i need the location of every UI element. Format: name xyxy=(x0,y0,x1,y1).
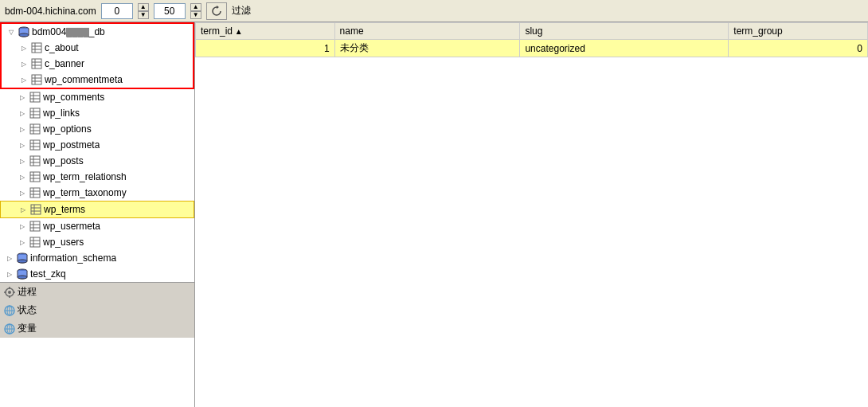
table-node-wp_options[interactable]: ▷ wp_options xyxy=(0,121,194,137)
expand-icon-wp_terms[interactable]: ▷ xyxy=(17,203,29,216)
table-grid-icon4 xyxy=(29,92,41,103)
database-icon3 xyxy=(16,268,29,280)
table-icon-c_banner xyxy=(30,57,43,70)
table-row: 1 未分类 uncategorized 0 xyxy=(196,40,868,57)
table-label-wp_term_relationsh: wp_term_relationsh xyxy=(43,171,127,182)
expand-icon-wp_options[interactable]: ▷ xyxy=(16,123,29,135)
table-grid-icon6 xyxy=(29,123,41,135)
db-label-bdm004: bdm004████_db xyxy=(32,26,105,37)
table-node-wp_posts[interactable]: ▷ wp_posts xyxy=(0,153,194,169)
expand-icon-information_schema[interactable]: ▷ xyxy=(3,252,16,264)
table-icon-wp_usermeta xyxy=(29,220,41,233)
table-node-wp_users[interactable]: ▷ wp_users xyxy=(0,234,194,250)
expand-icon-wp_term_taxonomy[interactable]: ▷ xyxy=(16,186,29,199)
table-grid-icon3 xyxy=(31,74,42,85)
spin-control-1[interactable]: ▲ ▼ xyxy=(138,3,149,19)
table-icon-wp_term_taxonomy xyxy=(29,186,41,199)
variable-icon xyxy=(3,323,16,335)
svg-rect-43 xyxy=(31,205,41,214)
table-label-wp_comments: wp_comments xyxy=(43,92,104,103)
table-grid-icon9 xyxy=(29,171,41,182)
refresh-icon xyxy=(210,5,223,18)
table-icon-wp_term_relationsh xyxy=(29,170,41,183)
special-item-status[interactable]: 状态 xyxy=(0,301,194,319)
spin-down-1[interactable]: ▼ xyxy=(138,11,149,19)
table-label-wp_term_taxonomy: wp_term_taxonomy xyxy=(43,187,127,198)
cell-slug: uncategorized xyxy=(520,40,729,57)
special-items-group: 进程 状态 xyxy=(0,282,194,338)
table-icon-c_about xyxy=(30,41,43,54)
table-grid-icon xyxy=(31,42,42,53)
variable-label: 变量 xyxy=(18,322,37,335)
svg-rect-7 xyxy=(32,59,41,68)
db-icon xyxy=(18,25,30,38)
expand-icon-wp_users[interactable]: ▷ xyxy=(16,236,29,249)
table-node-wp_commentmeta[interactable]: ▷ wp_commentmeta xyxy=(2,72,193,88)
process-label: 进程 xyxy=(18,285,37,299)
table-node-wp_term_relationsh[interactable]: ▷ wp_term_relationsh xyxy=(0,169,194,185)
value2-input[interactable] xyxy=(154,3,186,19)
spin-control-2[interactable]: ▲ ▼ xyxy=(190,3,201,19)
table-icon-wp_commentmeta xyxy=(30,73,43,86)
special-item-process[interactable]: 进程 xyxy=(0,283,194,301)
spin-up-1[interactable]: ▲ xyxy=(138,3,149,11)
refresh-button[interactable] xyxy=(206,2,227,20)
table-node-wp_links[interactable]: ▷ wp_links xyxy=(0,105,194,121)
table-node-wp_usermeta[interactable]: ▷ wp_usermeta xyxy=(0,218,194,234)
table-label-wp_options: wp_options xyxy=(43,123,92,135)
table-header-row: term_id name slug term_group xyxy=(196,23,868,40)
table-node-wp_comments[interactable]: ▷ wp_comments xyxy=(0,89,194,105)
col-name[interactable]: name xyxy=(334,23,520,40)
table-grid-icon11 xyxy=(30,204,41,215)
db-node-test_zkq[interactable]: ▷ test_zkq xyxy=(0,266,194,282)
expand-icon-test_zkq[interactable]: ▷ xyxy=(3,268,16,280)
table-node-c_about[interactable]: ▷ c_about xyxy=(2,40,193,56)
expand-icon-wp_term_relationsh[interactable]: ▷ xyxy=(16,170,29,183)
expand-icon-wp_comments[interactable]: ▷ xyxy=(16,91,29,104)
db-icon-test_zkq xyxy=(16,268,29,280)
table-node-wp_postmeta[interactable]: ▷ wp_postmeta xyxy=(0,137,194,153)
table-node-wp_term_taxonomy[interactable]: ▷ wp_term_taxonomy xyxy=(0,185,194,201)
sidebar: ▽ bdm004████_db ▷ xyxy=(0,22,195,407)
svg-rect-31 xyxy=(30,156,40,166)
db-node-information_schema[interactable]: ▷ information_schema xyxy=(0,250,194,266)
data-table: term_id name slug term_group 1 未分类 uncat… xyxy=(195,22,868,57)
main-area: ▽ bdm004████_db ▷ xyxy=(0,22,868,407)
expand-icon-c_banner[interactable]: ▷ xyxy=(18,57,30,70)
expand-icon-bdm004[interactable]: ▽ xyxy=(5,25,18,38)
cell-name: 未分类 xyxy=(334,40,520,57)
cell-term_group: 0 xyxy=(729,40,868,57)
table-node-wp_terms[interactable]: ▷ wp_terms xyxy=(0,201,194,218)
table-icon-wp_links xyxy=(29,107,41,119)
table-label-c_about: c_about xyxy=(45,42,79,53)
spin-down-2[interactable]: ▼ xyxy=(190,11,201,19)
table-icon-wp_users xyxy=(29,236,41,249)
table-label-wp_usermeta: wp_usermeta xyxy=(43,221,100,232)
svg-rect-51 xyxy=(30,237,40,247)
table-label-wp_postmeta: wp_postmeta xyxy=(43,139,100,151)
expand-icon-wp_posts[interactable]: ▷ xyxy=(16,155,29,167)
table-grid-icon10 xyxy=(29,187,41,198)
expand-icon-wp_links[interactable]: ▷ xyxy=(16,107,29,119)
table-label-wp_links: wp_links xyxy=(43,108,80,119)
svg-point-60 xyxy=(8,291,11,294)
svg-rect-11 xyxy=(32,75,41,84)
special-item-variable[interactable]: 变量 xyxy=(0,319,194,338)
value1-input[interactable] xyxy=(101,3,133,19)
expand-icon-wp_postmeta[interactable]: ▷ xyxy=(16,139,29,151)
col-term_group[interactable]: term_group xyxy=(729,23,868,40)
db-node-bdm004[interactable]: ▽ bdm004████_db xyxy=(2,24,193,40)
col-slug[interactable]: slug xyxy=(520,23,729,40)
svg-rect-35 xyxy=(30,172,40,182)
expand-icon-wp_commentmeta[interactable]: ▷ xyxy=(18,73,30,86)
col-term_id[interactable]: term_id xyxy=(196,23,335,40)
expand-icon-c_about[interactable]: ▷ xyxy=(18,41,30,54)
highlighted-group: ▽ bdm004████_db ▷ xyxy=(0,22,194,89)
table-label-wp_posts: wp_posts xyxy=(43,155,84,166)
spin-up-2[interactable]: ▲ xyxy=(190,3,201,11)
svg-rect-19 xyxy=(30,108,40,118)
table-node-c_banner[interactable]: ▷ c_banner xyxy=(2,56,193,72)
process-icon xyxy=(3,286,16,299)
filter-label: 过滤 xyxy=(232,4,251,18)
expand-icon-wp_usermeta[interactable]: ▷ xyxy=(16,220,29,233)
